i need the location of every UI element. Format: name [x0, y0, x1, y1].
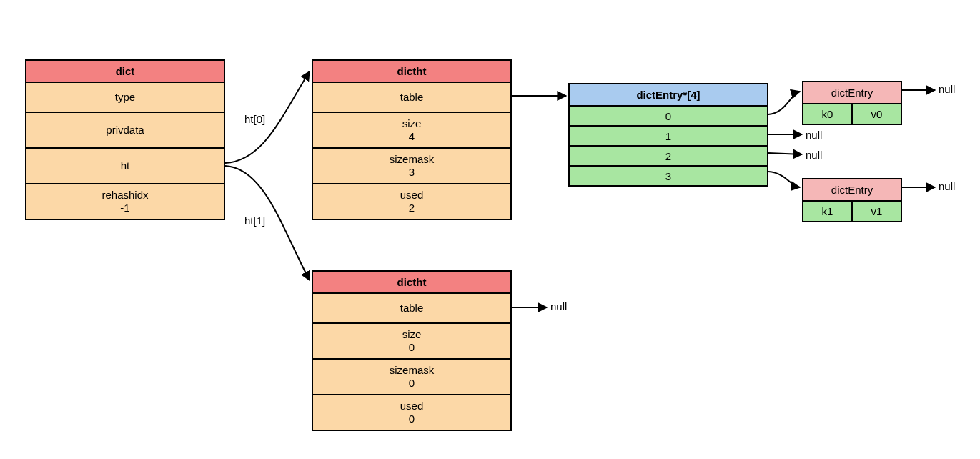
entry-slot-0: 0: [570, 107, 767, 127]
dictht0-table: table: [313, 83, 510, 113]
dictentry-1: dictEntry k1 v1: [802, 178, 902, 222]
arrow-ht-to-dictht0: [225, 71, 310, 163]
dictentry-0-key: k0: [803, 104, 853, 124]
edge-label-ht0: ht[0]: [244, 113, 265, 125]
null-text-slot2: null: [806, 149, 822, 161]
null-text-ht1-table: null: [550, 300, 567, 312]
dictentry-1-key: k1: [803, 202, 853, 221]
dict-field-rehashidx: rehashidx -1: [26, 184, 224, 219]
null-text-slot1: null: [806, 129, 822, 141]
dict-field-privdata: privdata: [26, 113, 224, 149]
dictht1-used: used 0: [313, 395, 510, 430]
dict-field-ht: ht: [26, 149, 224, 184]
dictht1-struct: dictht table size 0 sizemask 0 used 0: [312, 270, 512, 431]
entry-slot-2: 2: [570, 147, 767, 167]
dictht1-table: table: [313, 294, 510, 324]
dictentry-1-kv: k1 v1: [803, 202, 901, 221]
dictentry-1-val: v1: [853, 202, 901, 221]
null-text-entry0-next: null: [939, 83, 955, 95]
dictht0-used: used 2: [313, 184, 510, 219]
arrow-slot0-to-entry0: [768, 92, 800, 114]
dictht0-struct: dictht table size 4 sizemask 3 used 2: [312, 59, 512, 220]
dictentry-0-kv: k0 v0: [803, 104, 901, 124]
dictht1-size: size 0: [313, 324, 510, 360]
dictentry-0-val: v0: [853, 104, 901, 124]
dictht0-sizemask: sizemask 3: [313, 149, 510, 184]
entry-array: dictEntry*[4] 0 1 2 3: [568, 83, 768, 187]
dictht0-size: size 4: [313, 113, 510, 149]
edge-label-ht1: ht[1]: [244, 214, 265, 227]
entry-array-header: dictEntry*[4]: [570, 84, 767, 107]
null-text-entry1-next: null: [939, 180, 955, 192]
dictht0-header: dictht: [313, 61, 510, 83]
dictentry-0: dictEntry k0 v0: [802, 81, 902, 125]
dict-field-type: type: [26, 83, 224, 113]
dict-header: dict: [26, 61, 224, 83]
dict-struct: dict type privdata ht rehashidx -1: [25, 59, 225, 220]
arrow-slot3-to-entry1: [768, 172, 800, 187]
arrow-slot2-to-null: [768, 153, 802, 154]
dictentry-0-header: dictEntry: [803, 82, 901, 104]
dictht1-header: dictht: [313, 272, 510, 294]
dictht1-sizemask: sizemask 0: [313, 360, 510, 395]
entry-slot-3: 3: [570, 167, 767, 185]
arrow-ht-to-dictht1: [225, 166, 310, 280]
dictentry-1-header: dictEntry: [803, 179, 901, 202]
entry-slot-1: 1: [570, 127, 767, 147]
